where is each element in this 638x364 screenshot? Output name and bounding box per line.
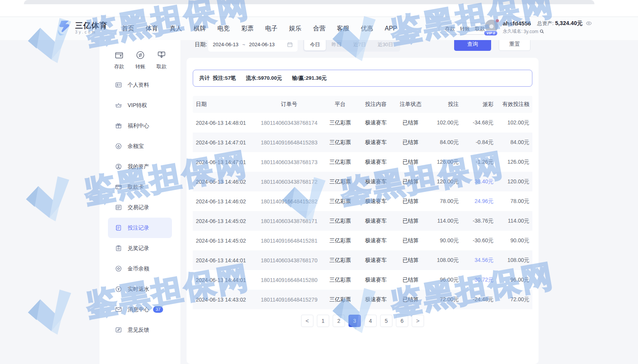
cell-bet-content: 极速赛车 [359,139,393,146]
cell-valid-amount: 84.00元 [493,139,532,146]
table-header-row: 日期 订单号 平台 投注内容 注单状态 投注 派彩 有效投注额 [193,96,532,113]
cell-bet-amount: 114.00元 [428,218,459,225]
nav-item[interactable]: 电子 [265,25,278,33]
browser-chrome-bar [24,0,594,4]
cell-platform: 三亿彩票 [322,139,359,146]
cell-date: 2024-06-13 14:45:02 [193,238,256,244]
sidebar-item-rebate[interactable]: 实时返水 [108,279,172,299]
cell-bet-amount: 78.00元 [428,198,459,205]
sidebar-item-assets[interactable]: 我的资产 [108,156,172,177]
cell-payout: 24.96元 [459,198,493,205]
sidebar-item-coin-balance[interactable]: 金币余额 [108,258,172,279]
cell-payout: -34.68元 [459,119,493,126]
summary-bets: 投注:57笔 [213,75,236,82]
quick-action-withdraw[interactable]: 取款 [153,50,170,70]
cell-date: 2024-06-13 14:46:02 [193,179,256,185]
cell-platform: 三亿彩票 [322,277,359,283]
cell-platform: 三亿彩票 [322,198,359,205]
quick-action-transfer[interactable]: 转账 [131,50,149,70]
assets-label: 总资产: [537,20,554,27]
cell-platform: 三亿彩票 [322,178,359,185]
bet-records-table: 日期 订单号 平台 投注内容 注单状态 投注 派彩 有效投注额 2024-06-… [193,96,532,309]
table-row: 2024-06-13 14:43:02 1801140916648415279 … [193,290,532,309]
cell-order-number: 1801140916648415280 [256,277,322,283]
cell-valid-amount: 102.00元 [493,119,532,126]
wallet-pill-action[interactable]: 存款 [445,25,455,32]
nav-item[interactable]: 优惠 [361,25,373,33]
nav-item[interactable]: 合营 [313,25,325,33]
cell-status: 已结算 [393,159,428,166]
sidebar-item-feedback[interactable]: 意见反馈 [108,320,172,340]
page-button[interactable]: 1 [317,315,329,327]
cell-status: 已结算 [393,119,428,126]
sidebar-quick-actions: 存款 转账 取款 [99,40,180,70]
cell-order-number: 1801140603438768172 [256,179,322,185]
nav-item[interactable]: APP [385,25,397,32]
quick-action-deposit[interactable]: 存款 [110,50,128,70]
nav-item[interactable]: 娱乐 [289,25,301,33]
cell-status: 已结算 [393,257,428,264]
sidebar-item-messages[interactable]: 消息中心 37 [108,299,172,320]
sidebar-item-vip[interactable]: VIP特权 [108,95,172,116]
sidebar-item-yuebao[interactable]: 余额宝 [108,136,172,156]
cell-bet-content: 极速赛车 [359,119,393,126]
date-preset-button[interactable]: 今日 [304,39,326,50]
cell-order-number: 1801140916648415279 [256,297,322,303]
site-header: 三亿体育 3y.com 首页体育真人棋牌电竞彩票电子娱乐合营客服优惠APP 存款… [0,17,638,40]
wallet-actions-pill: 存款转账取款 [439,23,491,35]
cell-payout: -0.84元 [459,139,493,146]
cell-date: 2024-06-13 14:44:01 [193,277,256,283]
cell-status: 已结算 [393,139,428,146]
cell-bet-content: 极速赛车 [359,198,393,205]
nav-item[interactable]: 真人 [170,25,182,33]
table-body: 2024-06-13 14:48:01 1801140603438768174 … [193,113,532,309]
cell-platform: 三亿彩票 [322,218,359,225]
date-end: 2024-06-13 [249,42,275,47]
cell-valid-amount: 90.00元 [493,237,532,244]
cell-payout: -24.48元 [459,296,493,303]
cell-platform: 三亿彩票 [322,237,359,244]
wallet-pill-action[interactable]: 转账 [460,25,470,32]
page-button[interactable]: 6 [396,315,408,327]
cell-order-number: 1801140916648415282 [256,198,322,205]
page-button[interactable]: 2 [333,315,345,327]
sidebar-item-profile[interactable]: 个人资料 [108,75,172,95]
cell-bet-content: 极速赛车 [359,257,393,264]
cell-payout: -30.60元 [459,237,493,244]
cell-status: 已结算 [393,277,428,283]
sidebar-item-welfare[interactable]: 福利中心 [108,116,172,136]
eye-icon[interactable] [586,20,592,27]
calendar-icon[interactable] [287,42,293,48]
cell-order-number: 1801140916648415283 [256,139,322,146]
page-button[interactable]: 3 [348,315,361,327]
avatar[interactable]: VIP 0 [485,20,499,34]
date-preset-button[interactable]: 近30日 [372,39,399,50]
summary-bar: 共计 投注:57笔 流水:5970.00元 输/赢:291.36元 [193,70,532,87]
date-preset-button[interactable]: 近7日 [347,39,372,50]
cell-date: 2024-06-13 14:45:02 [193,218,256,224]
sidebar-item-redeem-records[interactable]: 兑奖记录 [108,238,172,258]
nav-item[interactable]: 首页 [122,25,134,33]
table-row: 2024-06-13 14:46:02 1801140916648415282 … [193,191,532,211]
nav-item[interactable]: 棋牌 [194,25,206,33]
next-page-button[interactable]: > [412,315,424,327]
page-button[interactable]: 4 [364,315,377,327]
sidebar-item-withdraw-card[interactable]: 取款卡 [108,177,172,197]
sidebar-item-transactions[interactable]: 交易记录 [108,197,172,218]
nav-item[interactable]: 体育 [146,25,158,33]
main-content: 日期: 2024-06-13 ~ 2024-06-13 今日昨日近7日近30日 … [187,40,539,364]
cell-bet-content: 极速赛车 [359,296,393,303]
domain-label: 永久域名: [503,28,522,35]
wallet-pill-action[interactable]: 取款 [475,25,485,32]
page-button[interactable]: 5 [380,315,392,327]
nav-item[interactable]: 彩票 [241,25,254,33]
domain-search-icon[interactable] [539,29,544,34]
nav-item[interactable]: 客服 [337,25,349,33]
cell-order-number: 1801140916648415281 [256,238,322,244]
nav-item[interactable]: 电竞 [217,25,230,33]
prev-page-button[interactable]: < [301,315,313,327]
date-preset-button[interactable]: 昨日 [326,39,347,50]
cell-platform: 三亿彩票 [322,159,359,166]
sidebar-item-bet-records[interactable]: 投注记录 [108,218,172,238]
site-logo[interactable]: 三亿体育 3y.com [56,20,108,36]
